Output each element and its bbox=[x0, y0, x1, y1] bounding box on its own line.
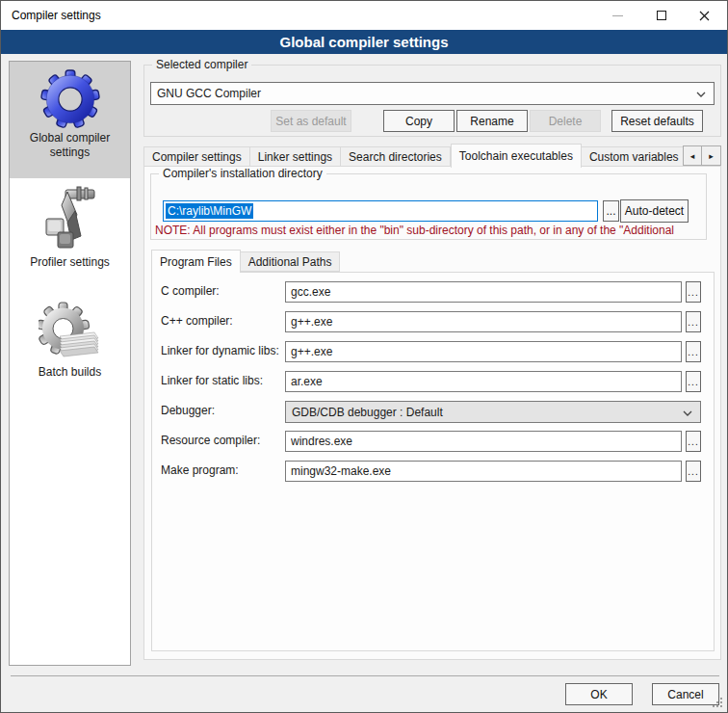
sidebar-item-batch-builds[interactable]: Batch builds bbox=[10, 302, 130, 402]
tab-scroll-right-button[interactable]: ▸ bbox=[702, 145, 721, 166]
group-title: Selected compiler bbox=[152, 58, 251, 71]
minimize-icon bbox=[612, 15, 623, 16]
program-files-panel: C compiler: ... C++ compiler: ... Linker… bbox=[151, 272, 715, 651]
tab-toolchain-executables[interactable]: Toolchain executables bbox=[451, 144, 582, 168]
maximize-icon bbox=[657, 11, 666, 20]
linker-static-label: Linker for static libs: bbox=[161, 374, 263, 387]
linker-static-browse-button[interactable]: ... bbox=[686, 371, 701, 392]
resource-compiler-label: Resource compiler: bbox=[161, 434, 260, 447]
auto-detect-button[interactable]: Auto-detect bbox=[620, 199, 689, 223]
copy-button[interactable]: Copy bbox=[383, 110, 455, 132]
sidebar-item-label: Batch builds bbox=[10, 365, 130, 380]
browse-directory-button[interactable]: ... bbox=[603, 200, 619, 222]
make-program-browse-button[interactable]: ... bbox=[686, 461, 701, 482]
delete-button[interactable]: Delete bbox=[530, 110, 601, 132]
make-program-label: Make program: bbox=[161, 463, 239, 477]
tab-scroll-left-button[interactable]: ◂ bbox=[683, 145, 702, 166]
tab-search-directories[interactable]: Search directories bbox=[341, 146, 451, 167]
titlebar[interactable]: Compiler settings bbox=[1, 1, 727, 30]
caliper-icon bbox=[10, 186, 130, 255]
group-title: Compiler's installation directory bbox=[159, 167, 326, 180]
cpp-compiler-label: C++ compiler: bbox=[161, 314, 233, 328]
installation-directory-input[interactable]: C:\raylib\MinGW bbox=[163, 200, 598, 222]
program-files-tabstrip: Program Files Additional Paths bbox=[151, 251, 340, 272]
rename-button[interactable]: Rename bbox=[456, 110, 528, 132]
cpp-compiler-input[interactable] bbox=[285, 311, 682, 332]
installation-directory-group: Compiler's installation directory C:\ray… bbox=[150, 173, 707, 240]
c-compiler-input[interactable] bbox=[285, 281, 682, 303]
sidebar-item-label: Profiler settings bbox=[10, 255, 130, 270]
resize-grip-icon[interactable] bbox=[713, 698, 722, 707]
footer-divider bbox=[11, 675, 719, 676]
selected-path-text: C:\raylib\MinGW bbox=[166, 203, 253, 219]
compiler-settings-dialog: Compiler settings Global compiler settin… bbox=[0, 0, 728, 713]
c-compiler-label: C compiler: bbox=[161, 284, 220, 298]
set-as-default-button[interactable]: Set as default bbox=[271, 110, 351, 132]
compiler-select[interactable]: GNU GCC Compiler bbox=[150, 82, 715, 105]
toolchain-executables-panel: Compiler's installation directory C:\ray… bbox=[143, 166, 721, 660]
linker-static-input[interactable] bbox=[285, 371, 682, 392]
debugger-select[interactable]: GDB/CDB debugger : Default bbox=[285, 401, 701, 423]
resource-compiler-browse-button[interactable]: ... bbox=[686, 431, 701, 452]
settings-sidebar: Global compiler settings bbox=[9, 61, 131, 666]
tab-additional-paths[interactable]: Additional Paths bbox=[241, 251, 341, 272]
chevron-down-icon bbox=[683, 410, 692, 416]
tab-linker-settings[interactable]: Linker settings bbox=[250, 146, 341, 167]
ok-button[interactable]: OK bbox=[565, 683, 633, 705]
tab-program-files[interactable]: Program Files bbox=[151, 250, 241, 273]
make-program-input[interactable] bbox=[285, 461, 682, 482]
cancel-button[interactable]: Cancel bbox=[652, 683, 719, 705]
gray-gear-stack-icon bbox=[10, 302, 130, 365]
tab-custom-variables[interactable]: Custom variables bbox=[582, 146, 688, 167]
reset-defaults-button[interactable]: Reset defaults bbox=[611, 110, 703, 132]
close-button[interactable] bbox=[683, 1, 726, 30]
window-title: Compiler settings bbox=[12, 9, 101, 22]
maximize-button[interactable] bbox=[639, 1, 683, 30]
compiler-select-value: GNU GCC Compiler bbox=[157, 87, 261, 100]
selected-compiler-group: Selected compiler GNU GCC Compiler Set a… bbox=[143, 65, 721, 137]
chevron-down-icon bbox=[696, 92, 706, 97]
linker-dynamic-browse-button[interactable]: ... bbox=[686, 341, 701, 362]
debugger-label: Debugger: bbox=[161, 404, 215, 417]
resource-compiler-input[interactable] bbox=[285, 431, 682, 452]
note-text: NOTE: All programs must exist either in … bbox=[155, 224, 704, 237]
cpp-compiler-browse-button[interactable]: ... bbox=[686, 311, 701, 332]
sidebar-item-profiler-settings[interactable]: Profiler settings bbox=[10, 178, 130, 286]
settings-tabstrip: Compiler settings Linker settings Search… bbox=[143, 145, 720, 167]
sidebar-item-global-compiler-settings[interactable]: Global compiler settings bbox=[10, 62, 130, 178]
tab-compiler-settings[interactable]: Compiler settings bbox=[143, 146, 250, 167]
linker-dynamic-label: Linker for dynamic libs: bbox=[161, 344, 279, 357]
sidebar-item-label: Global compiler bbox=[10, 131, 130, 145]
c-compiler-browse-button[interactable]: ... bbox=[686, 281, 701, 303]
minimize-button[interactable] bbox=[596, 1, 639, 30]
blue-gear-icon bbox=[10, 67, 130, 131]
sidebar-item-label: settings bbox=[10, 145, 130, 160]
close-icon bbox=[699, 11, 710, 21]
page-title: Global compiler settings bbox=[1, 30, 727, 54]
debugger-select-value: GDB/CDB debugger : Default bbox=[292, 406, 443, 419]
tab-scroll-controls: ◂ ▸ bbox=[683, 145, 721, 166]
linker-dynamic-input[interactable] bbox=[285, 341, 682, 362]
